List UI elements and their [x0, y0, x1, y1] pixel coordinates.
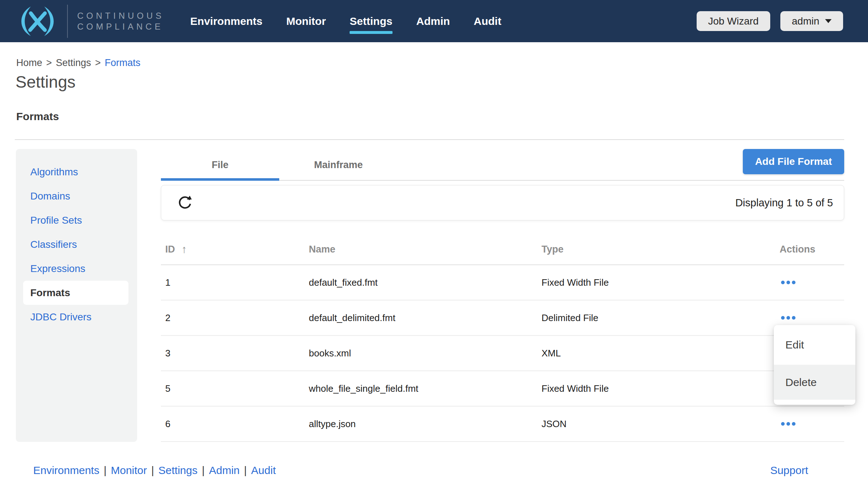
delphix-logo-icon [17, 5, 58, 37]
nav-item-settings[interactable]: Settings [350, 13, 392, 30]
table-toolbar: Displaying 1 to 5 of 5 [161, 185, 844, 220]
row-name: default_fixed.fmt [309, 277, 542, 288]
table-row: 2 default_delimited.fmt Delimited File [161, 300, 844, 336]
section-divider [15, 139, 844, 140]
nav-item-monitor[interactable]: Monitor [286, 13, 326, 30]
add-file-format-button[interactable]: Add File Format [743, 149, 844, 174]
row-id: 5 [165, 383, 170, 394]
dot-icon [786, 281, 790, 284]
sidebar-item-expressions[interactable]: Expressions [16, 256, 137, 281]
dot-icon [781, 422, 785, 426]
menu-item-delete[interactable]: Delete [774, 365, 855, 400]
job-wizard-button[interactable]: Job Wizard [697, 11, 770, 31]
tab-mainframe[interactable]: Mainframe [279, 149, 398, 181]
row-id: 6 [165, 418, 170, 430]
row-type: Fixed Width File [542, 383, 758, 394]
footer-separator: | [244, 464, 247, 477]
row-actions-context-menu: Edit Delete [774, 325, 855, 405]
dot-icon [786, 422, 790, 426]
formats-panel: File Mainframe Add File Format Displayin… [161, 149, 844, 442]
row-name: default_delimited.fmt [309, 312, 542, 324]
sidebar-item-domains[interactable]: Domains [16, 184, 137, 208]
dot-icon [781, 316, 785, 320]
sort-asc-icon[interactable]: ↑ [181, 243, 187, 255]
footer-link-audit[interactable]: Audit [251, 464, 276, 477]
app-window: CONTINUOUS COMPLIANCE Environments Monit… [0, 0, 868, 487]
chevron-down-icon [825, 19, 832, 23]
row-actions-menu-button[interactable] [780, 278, 797, 286]
row-actions-menu-button[interactable] [780, 420, 797, 428]
page-footer: Environments | Monitor | Settings | Admi… [33, 464, 808, 477]
footer-link-settings[interactable]: Settings [158, 464, 197, 477]
tab-bar: File Mainframe Add File Format [161, 149, 844, 181]
breadcrumb: Home > Settings > Formats [16, 57, 868, 69]
row-actions-menu-button[interactable] [780, 314, 797, 322]
tab-file-label: File [212, 159, 229, 171]
row-name: books.xml [309, 348, 542, 359]
sidebar-item-jdbc-drivers[interactable]: JDBC Drivers [16, 305, 137, 329]
tab-mainframe-label: Mainframe [314, 159, 363, 171]
content-area: Algorithms Domains Profile Sets Classifi… [16, 149, 844, 442]
dot-icon [792, 316, 795, 320]
column-header-id[interactable]: ID [165, 244, 175, 255]
footer-separator: | [151, 464, 154, 477]
nav-item-audit[interactable]: Audit [474, 13, 501, 30]
pagination-status: Displaying 1 to 5 of 5 [735, 197, 833, 209]
footer-link-monitor[interactable]: Monitor [111, 464, 147, 477]
brand-line1: CONTINUOUS [77, 10, 164, 21]
brand-name: CONTINUOUS COMPLIANCE [77, 10, 164, 32]
refresh-button[interactable] [177, 195, 193, 211]
footer-links: Environments | Monitor | Settings | Admi… [33, 464, 276, 477]
user-menu-label: admin [792, 16, 819, 27]
dot-icon [786, 316, 790, 320]
row-id: 1 [165, 277, 170, 288]
footer-separator: | [104, 464, 106, 477]
top-navbar: CONTINUOUS COMPLIANCE Environments Monit… [0, 0, 868, 42]
brand: CONTINUOUS COMPLIANCE [17, 5, 164, 38]
table-row: 5 whole_file_single_field.fmt Fixed Widt… [161, 371, 844, 407]
breadcrumb-separator: > [46, 57, 52, 69]
footer-link-environments[interactable]: Environments [33, 464, 99, 477]
page-title: Settings [16, 72, 868, 92]
footer-separator: | [202, 464, 205, 477]
user-menu-button[interactable]: admin [780, 11, 843, 31]
table-body: 1 default_fixed.fmt Fixed Width File 2 d… [161, 265, 844, 442]
breadcrumb-home[interactable]: Home [16, 57, 42, 69]
section-title: Formats [16, 110, 868, 123]
sidebar-item-profile-sets[interactable]: Profile Sets [16, 208, 137, 232]
table-header-row: ID ↑ Name Type Actions [161, 234, 844, 265]
column-header-type[interactable]: Type [542, 244, 758, 255]
tab-file[interactable]: File [161, 149, 279, 181]
sidebar-item-algorithms[interactable]: Algorithms [16, 160, 137, 184]
row-type: Delimited File [542, 312, 758, 324]
breadcrumb-settings[interactable]: Settings [56, 57, 91, 69]
refresh-icon [177, 195, 193, 211]
table-row: 6 alltype.json JSON [161, 407, 844, 442]
footer-link-support[interactable]: Support [770, 464, 808, 477]
menu-item-edit[interactable]: Edit [774, 325, 855, 365]
brand-divider [67, 5, 68, 38]
job-wizard-label: Job Wizard [708, 16, 759, 27]
dot-icon [792, 422, 795, 426]
navbar-right: Job Wizard admin [697, 11, 843, 31]
row-id: 3 [165, 348, 170, 359]
primary-nav: Environments Monitor Settings Admin Audi… [190, 13, 501, 30]
row-type: XML [542, 348, 758, 359]
settings-sidebar: Algorithms Domains Profile Sets Classifi… [16, 149, 137, 442]
column-header-name[interactable]: Name [309, 244, 542, 255]
nav-item-environments[interactable]: Environments [190, 13, 262, 30]
sidebar-item-formats[interactable]: Formats [23, 281, 128, 305]
breadcrumb-current-formats[interactable]: Formats [105, 57, 140, 69]
breadcrumb-separator: > [95, 57, 101, 69]
row-type: JSON [542, 418, 758, 430]
footer-link-admin[interactable]: Admin [209, 464, 240, 477]
table-row: 3 books.xml XML [161, 336, 844, 371]
nav-item-admin[interactable]: Admin [416, 13, 450, 30]
brand-line2: COMPLIANCE [77, 21, 164, 32]
sidebar-item-classifiers[interactable]: Classifiers [16, 232, 137, 256]
row-type: Fixed Width File [542, 277, 758, 288]
row-id: 2 [165, 312, 170, 324]
column-header-actions: Actions [758, 244, 844, 255]
row-name: whole_file_single_field.fmt [309, 383, 542, 394]
row-name: alltype.json [309, 418, 542, 430]
